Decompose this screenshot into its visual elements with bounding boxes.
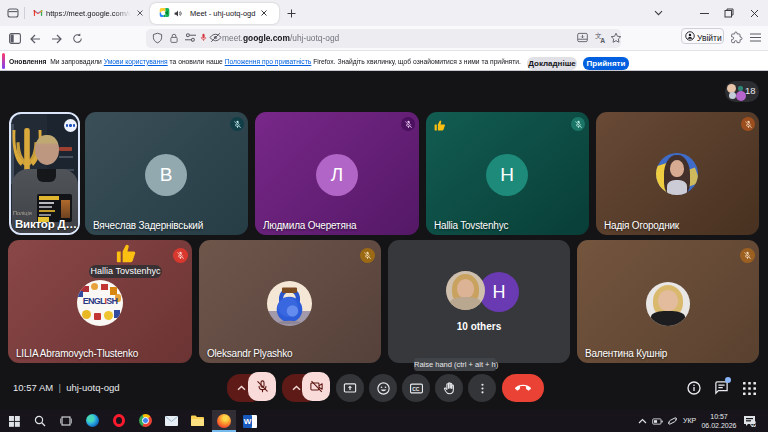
svg-text:2: 2 (752, 421, 755, 427)
svg-text:CC: CC (412, 385, 420, 391)
svg-text:A: A (600, 36, 605, 43)
